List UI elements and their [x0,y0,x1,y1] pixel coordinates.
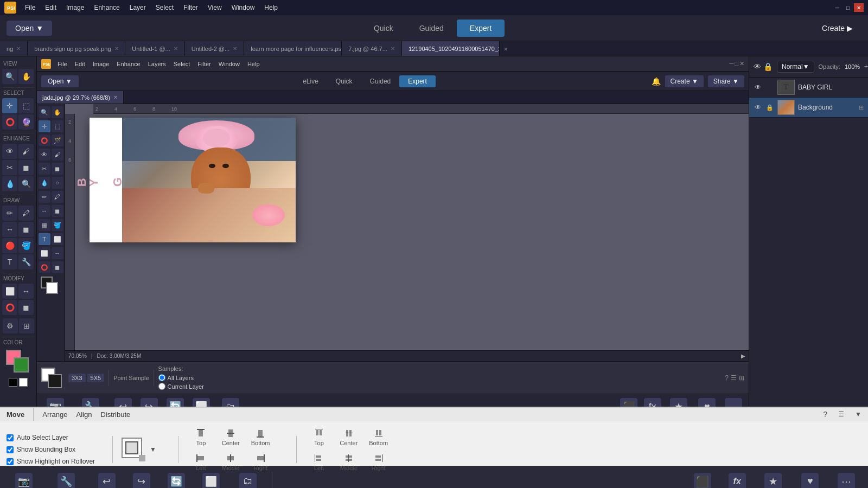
background-color[interactable] [14,357,29,373]
undo-action[interactable]: ↩ Undo [114,398,132,407]
pse-tool-smudge[interactable]: ↔ [39,205,50,217]
current-layer-radio[interactable]: Current Layer [158,383,204,390]
bab-more[interactable]: ⋯ More [831,471,861,489]
layer-background[interactable]: 👁 🔒 Background ⊞ [749,98,868,118]
menu-view[interactable]: View [203,3,226,12]
pse-tool-dropper[interactable]: 💧 [39,177,50,189]
pse-tool-pencil[interactable]: ✏ [39,191,50,203]
pse-tool-wand[interactable]: 🪄 [52,134,63,146]
new-layer-icon[interactable]: + [864,63,868,70]
pse-tool-eraser[interactable]: ◼ [52,163,63,175]
straighten-tool[interactable]: ◼ [18,300,34,315]
bab-layers[interactable]: ⬛ Layers [687,471,718,489]
cp-menu-icon[interactable]: ☰ [731,374,737,382]
shape-tool[interactable]: 🔧 [18,254,34,269]
paint-tool[interactable]: 🖌 [18,144,34,159]
pse-tool-burn[interactable]: ◼ [52,205,63,217]
align-left-button[interactable]: Left [187,451,215,473]
dist-top-button[interactable]: Top [305,426,333,448]
bab-rotate[interactable]: 🔄 Rotate [161,471,192,489]
recompose-tool[interactable]: ⭕ [2,300,17,315]
arrange-dropdown-icon[interactable]: ▼ [150,446,156,453]
hand-tool[interactable]: ✋ [18,69,34,84]
blend-mode-selector[interactable]: Normal ▼ [777,61,814,73]
tab-1[interactable]: brands sign up pg speak.png✕ [28,41,125,56]
highlight-rollover-checkbox[interactable]: Show Highlight on Rollover [7,458,95,465]
pse-tool-marquee[interactable]: ⬚ [52,120,63,132]
eye-tool[interactable]: 👁 [2,144,17,159]
dist-center-button[interactable]: Center [335,426,362,448]
align-top-button[interactable]: Top [187,426,215,448]
pse-tool-clone[interactable]: ✂ [39,163,50,175]
pse-share-button[interactable]: Share ▼ [708,75,744,87]
clone-tool[interactable]: ✂ [2,160,17,175]
pse-tool-bucket[interactable]: 🪣 [52,219,63,231]
bab-layout[interactable]: ⬜ Layout [196,471,226,489]
inner-menu-edit[interactable]: Edit [72,60,88,68]
bab-photo-bin[interactable]: 📷 Photo Bin [7,471,41,489]
pse-tool-eye[interactable]: 👁 [39,149,50,160]
mode-quick[interactable]: Quick [361,20,406,37]
inner-menu-layers[interactable]: Layers [145,60,169,68]
bg-color-swatch[interactable] [48,374,62,388]
menu-window[interactable]: Window [227,3,259,12]
zoom-tool[interactable]: 🔍 [2,69,17,84]
transform-tool[interactable]: ↔ [18,284,34,299]
default-colors-icon[interactable] [19,378,28,387]
inner-menu-image[interactable]: Image [90,60,113,68]
photo-bin-action[interactable]: 📷 Photo Bin [43,398,67,407]
layer-more-2[interactable]: ⊞ [859,104,864,111]
pse-close-button[interactable]: ✕ [739,60,744,67]
redo-action[interactable]: ↪ Redo [141,398,158,407]
pencil-tool[interactable]: ✏ [2,206,17,221]
help-icon[interactable]: ? [823,410,827,419]
pse-open-button[interactable]: Open ▼ [41,75,79,87]
pse-tab-close[interactable]: ✕ [113,94,118,100]
inner-menu-help[interactable]: Help [244,60,263,68]
layout-action[interactable]: ⬜ Layout [193,398,210,407]
pse-tab-jada[interactable]: jada.jpg @ 29.7% (668/8) ✕ [37,91,124,104]
current-layer-radio-input[interactable] [158,383,165,390]
more-tabs-button[interactable]: » [500,45,512,53]
auto-select-checkbox[interactable]: Auto Select Layer [7,434,95,441]
menu-filter[interactable]: Filter [179,3,202,12]
scroll-right-button[interactable]: ▶ [741,353,745,359]
auto-select-input[interactable] [7,434,14,441]
text-tool[interactable]: T [2,254,17,269]
dist-left-button[interactable]: Left [305,451,333,473]
graphics-action[interactable]: ★ Graphics [668,398,690,407]
bab-favorites[interactable]: ♥ Favorites [794,471,827,489]
bab-redo[interactable]: ↪ Redo [126,471,157,489]
bounding-box-checkbox[interactable]: Show Bounding Box [7,446,95,453]
tool-options-action[interactable]: 🔧 Tool Options [75,398,106,407]
bab-undo[interactable]: ↩ Undo [92,471,122,489]
crop-tool[interactable]: ⬜ [2,284,17,299]
pse-create-button[interactable]: Create ▼ [665,75,704,87]
highlight-rollover-input[interactable] [7,458,14,465]
grid-tool[interactable]: ⊞ [19,318,34,333]
pse-tool-text[interactable]: T [39,233,50,245]
pse-tool-zoom[interactable]: 🔍 [39,106,50,118]
menu-enhance[interactable]: Enhance [90,3,124,12]
bab-graphics[interactable]: ★ Graphics [757,471,789,489]
menu-file[interactable]: File [21,3,40,12]
lasso-tool[interactable]: ⭕ [2,114,17,130]
pse-tool-straighten[interactable]: ◼ [52,261,63,273]
menu-layer[interactable]: Layer [125,3,150,12]
tab-6[interactable]: 12190405_10204911600051470_1898999247_o.… [402,41,500,56]
dist-middle-button[interactable]: Middle [335,451,362,473]
dist-bottom-button[interactable]: Bottom [365,426,392,448]
settings-tool[interactable]: ⚙ [3,318,18,333]
dist-right-button[interactable]: Right [365,451,392,473]
pse-tool-chalk[interactable]: 🖍 [52,191,63,203]
dropper-tool[interactable]: 💧 [2,176,17,191]
inner-menu-filter[interactable]: Filter [194,60,214,68]
menu-edit[interactable]: Edit [41,3,61,12]
pse-mode-quick[interactable]: Quick [327,75,361,87]
cp-help-icon[interactable]: ? [725,374,729,382]
canvas-viewport[interactable]: BABYGIRL [65,104,749,361]
burn-tool[interactable]: ◼ [18,222,34,237]
align-right-button[interactable]: Right [247,451,275,473]
pse-tool-shape[interactable]: ⬜ [52,233,63,245]
align-bottom-button[interactable]: Bottom [247,426,275,448]
